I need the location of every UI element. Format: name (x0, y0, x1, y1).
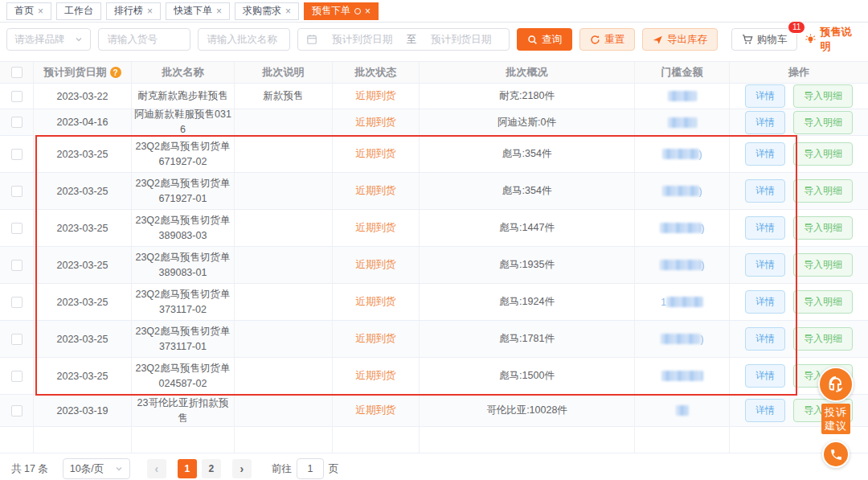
cell-operations: 详情 导入明细 (730, 247, 868, 283)
goto-suffix: 页 (329, 462, 339, 476)
tab-快速下单[interactable]: 快速下单× (166, 2, 230, 20)
import-detail-button[interactable]: 导入明细 (793, 290, 853, 314)
tab-label: 排行榜 (114, 4, 143, 18)
detail-button[interactable]: 详情 (745, 327, 785, 351)
presale-info-label: 预售说明 (820, 25, 855, 54)
page-button-1[interactable]: 1 (178, 459, 197, 478)
cell-expected-date: 2023-03-25 (34, 284, 132, 320)
search-button[interactable]: 查询 (517, 28, 572, 51)
detail-button[interactable]: 详情 (745, 216, 785, 240)
next-page-button[interactable]: › (232, 459, 252, 478)
cell-operations: 详情 导入明细 (730, 109, 868, 135)
cell-batch-name: 23哥伦比亚折扣款预售 (132, 395, 235, 426)
select-all-checkbox[interactable] (11, 67, 23, 78)
help-icon[interactable]: ? (110, 67, 121, 78)
tab-求购需求[interactable]: 求购需求× (235, 2, 299, 20)
page-size-select[interactable]: 10条/页 (63, 458, 130, 479)
row-checkbox[interactable] (11, 186, 23, 197)
import-detail-button[interactable]: 导入明细 (793, 216, 853, 240)
table-header: 预计到货日期? 批次名称 批次说明 批次状态 批次概况 门槛金额 操作 (0, 61, 868, 84)
masked-amount (660, 260, 702, 270)
import-detail-button[interactable]: 导入明细 (793, 179, 853, 203)
batch-name-input[interactable] (198, 28, 290, 51)
page-size-value: 10条/页 (70, 462, 104, 476)
tab-首页[interactable]: 首页× (6, 2, 51, 20)
masked-amount (668, 117, 697, 128)
header-batch-desc: 批次说明 (235, 62, 333, 83)
item-no-input[interactable] (98, 28, 190, 51)
row-checkbox[interactable] (11, 149, 23, 160)
import-detail-button[interactable]: 导入明细 (793, 327, 853, 351)
tab-排行榜[interactable]: 排行榜× (106, 2, 161, 20)
detail-button[interactable]: 详情 (745, 253, 785, 277)
cart-button[interactable]: 购物车 (731, 28, 798, 51)
search-button-label: 查询 (542, 33, 562, 47)
import-detail-button[interactable]: 导入明细 (793, 253, 853, 277)
presale-info-link[interactable]: 预售说明 (805, 25, 855, 54)
table-row: 2023-03-22 耐克新款跑步鞋预售 新款预售 近期到货 耐克:2180件 … (0, 84, 868, 109)
cell-batch-desc (235, 109, 333, 135)
detail-button[interactable]: 详情 (745, 290, 785, 314)
brand-select[interactable]: 请选择品牌 (6, 28, 91, 51)
row-checkbox[interactable] (11, 334, 23, 345)
phone-contact-button[interactable] (822, 441, 850, 468)
cell-batch-desc (235, 173, 333, 209)
import-detail-button[interactable]: 导入明细 (793, 111, 853, 134)
export-button-label: 导出库存 (667, 33, 707, 47)
goto-label: 前往 (272, 462, 292, 476)
tab-预售下单[interactable]: 预售下单× (304, 2, 379, 20)
cell-batch-overview: 彪马:1781件 (420, 321, 635, 357)
row-checkbox[interactable] (11, 405, 23, 416)
detail-button[interactable]: 详情 (745, 179, 785, 203)
reset-button[interactable]: 重置 (579, 28, 635, 51)
cell-threshold-amount (635, 84, 730, 109)
row-checkbox[interactable] (11, 297, 23, 308)
cell-expected-date: 2023-03-25 (34, 136, 132, 172)
import-detail-button[interactable]: 导入明细 (793, 142, 853, 166)
search-icon (527, 35, 538, 45)
refresh-icon (590, 35, 600, 45)
row-checkbox[interactable] (11, 223, 23, 234)
floating-contact-widget: 投诉 建议 (818, 367, 854, 468)
tab-label: 快速下单 (174, 4, 212, 18)
tab-工作台[interactable]: 工作台 (56, 2, 101, 20)
cell-threshold-amount: 1 (635, 284, 730, 320)
tab-close-icon[interactable]: × (147, 6, 153, 16)
presale-table: 预计到货日期? 批次名称 批次说明 批次状态 批次概况 门槛金额 操作 2023… (0, 61, 868, 453)
table-row: 2023-03-25 23Q2彪马预售切货单373117-01 近期到货 彪马:… (0, 321, 868, 358)
masked-amount (661, 371, 703, 381)
cell-expected-date: 2023-04-16 (34, 109, 132, 135)
header-batch-status: 批次状态 (333, 62, 420, 83)
tab-close-icon[interactable]: × (365, 6, 371, 16)
table-row: 2023-03-25 23Q2彪马预售切货单389083-01 近期到货 彪马:… (0, 247, 868, 284)
cell-batch-status: 近期到货 (333, 84, 420, 109)
detail-button[interactable]: 详情 (745, 399, 785, 422)
date-range-picker[interactable]: 预计到货日期 至 预计到货日期 (297, 28, 509, 51)
detail-button[interactable]: 详情 (745, 364, 785, 388)
tab-close-icon[interactable]: × (38, 6, 43, 16)
tab-close-icon[interactable]: × (216, 6, 222, 16)
detail-button[interactable]: 详情 (745, 142, 785, 166)
cell-operations: 详情 导入明细 (730, 210, 868, 246)
cell-batch-status: 近期到货 (333, 173, 420, 209)
cell-batch-overview: 哥伦比亚:10028件 (420, 395, 635, 426)
customer-service-button[interactable] (818, 367, 854, 402)
row-checkbox[interactable] (11, 117, 23, 128)
complaint-suggestion-button[interactable]: 投诉 建议 (821, 404, 850, 434)
date-end-placeholder: 预计到货日期 (421, 33, 500, 47)
page-button-2[interactable]: 2 (202, 459, 221, 478)
tab-close-icon[interactable]: × (285, 6, 291, 16)
cell-batch-name: 23Q2彪马预售切货单389083-03 (132, 210, 235, 246)
row-checkbox[interactable] (11, 371, 23, 382)
row-checkbox[interactable] (11, 91, 23, 102)
import-detail-button[interactable]: 导入明细 (793, 84, 853, 108)
detail-button[interactable]: 详情 (745, 84, 785, 108)
cell-batch-status: 近期到货 (333, 210, 420, 246)
cell-batch-status: 近期到货 (333, 395, 420, 426)
goto-page-input[interactable] (297, 458, 324, 479)
row-checkbox[interactable] (11, 260, 23, 271)
tab-refresh-icon[interactable] (354, 8, 361, 14)
detail-button[interactable]: 详情 (745, 111, 785, 134)
prev-page-button[interactable]: ‹ (147, 459, 166, 478)
export-inventory-button[interactable]: 导出库存 (642, 28, 718, 51)
